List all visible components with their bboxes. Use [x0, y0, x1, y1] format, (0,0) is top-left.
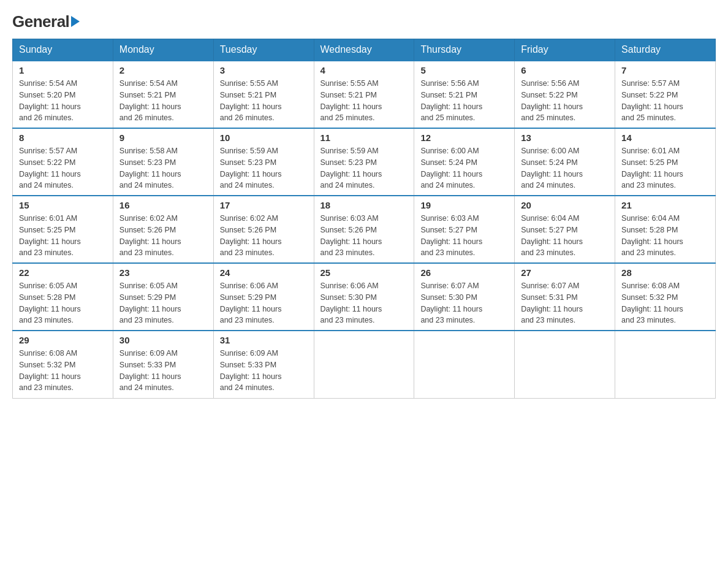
- calendar-day-cell: 13 Sunrise: 6:00 AMSunset: 5:24 PMDaylig…: [515, 128, 615, 196]
- calendar-day-cell: 17 Sunrise: 6:02 AMSunset: 5:26 PMDaylig…: [213, 196, 314, 263]
- day-number: 12: [420, 132, 508, 143]
- day-info: Sunrise: 5:59 AMSunset: 5:23 PMDaylight:…: [220, 145, 308, 191]
- calendar-day-cell: 31 Sunrise: 6:09 AMSunset: 5:33 PMDaylig…: [213, 331, 314, 398]
- logo-general: General: [12, 12, 69, 31]
- calendar-week-row: 8 Sunrise: 5:57 AMSunset: 5:22 PMDayligh…: [13, 128, 716, 196]
- calendar-day-cell: 23 Sunrise: 6:05 AMSunset: 5:29 PMDaylig…: [113, 263, 213, 331]
- calendar-week-row: 1 Sunrise: 5:54 AMSunset: 5:20 PMDayligh…: [13, 61, 716, 128]
- calendar-day-cell: 29 Sunrise: 6:08 AMSunset: 5:32 PMDaylig…: [13, 331, 113, 398]
- calendar-day-cell: 12 Sunrise: 6:00 AMSunset: 5:24 PMDaylig…: [414, 128, 515, 196]
- calendar-table: SundayMondayTuesdayWednesdayThursdayFrid…: [12, 39, 716, 399]
- day-info: Sunrise: 5:55 AMSunset: 5:21 PMDaylight:…: [320, 78, 408, 124]
- day-info: Sunrise: 6:02 AMSunset: 5:26 PMDaylight:…: [119, 213, 207, 259]
- day-info: Sunrise: 6:08 AMSunset: 5:32 PMDaylight:…: [19, 348, 107, 394]
- day-number: 9: [119, 132, 207, 143]
- day-number: 28: [621, 267, 709, 278]
- calendar-day-cell: 27 Sunrise: 6:07 AMSunset: 5:31 PMDaylig…: [515, 263, 615, 331]
- calendar-day-cell: 14 Sunrise: 6:01 AMSunset: 5:25 PMDaylig…: [615, 128, 716, 196]
- day-number: 26: [420, 267, 508, 278]
- day-info: Sunrise: 6:03 AMSunset: 5:26 PMDaylight:…: [320, 213, 408, 259]
- day-number: 11: [320, 132, 408, 143]
- calendar-day-cell: 18 Sunrise: 6:03 AMSunset: 5:26 PMDaylig…: [314, 196, 414, 263]
- calendar-day-cell: [515, 331, 615, 398]
- calendar-day-cell: 28 Sunrise: 6:08 AMSunset: 5:32 PMDaylig…: [615, 263, 716, 331]
- weekday-header-tuesday: Tuesday: [213, 39, 314, 61]
- day-number: 25: [320, 267, 408, 278]
- day-number: 1: [19, 65, 107, 75]
- day-info: Sunrise: 6:08 AMSunset: 5:32 PMDaylight:…: [621, 280, 709, 326]
- weekday-header-sunday: Sunday: [13, 39, 113, 61]
- day-number: 23: [119, 267, 207, 278]
- weekday-header-saturday: Saturday: [615, 39, 716, 61]
- calendar-day-cell: 6 Sunrise: 5:56 AMSunset: 5:22 PMDayligh…: [515, 61, 615, 128]
- weekday-header-friday: Friday: [515, 39, 615, 61]
- day-number: 29: [19, 335, 107, 345]
- day-number: 15: [19, 200, 107, 210]
- day-number: 31: [220, 335, 308, 345]
- day-info: Sunrise: 6:06 AMSunset: 5:29 PMDaylight:…: [220, 280, 308, 326]
- calendar-week-row: 22 Sunrise: 6:05 AMSunset: 5:28 PMDaylig…: [13, 263, 716, 331]
- day-info: Sunrise: 6:05 AMSunset: 5:29 PMDaylight:…: [119, 280, 207, 326]
- day-number: 27: [521, 267, 609, 278]
- day-number: 6: [521, 65, 609, 75]
- calendar-day-cell: 20 Sunrise: 6:04 AMSunset: 5:27 PMDaylig…: [515, 196, 615, 263]
- weekday-header-wednesday: Wednesday: [314, 39, 414, 61]
- day-info: Sunrise: 6:03 AMSunset: 5:27 PMDaylight:…: [420, 213, 508, 259]
- day-number: 8: [19, 132, 107, 143]
- day-number: 3: [220, 65, 308, 75]
- day-info: Sunrise: 6:04 AMSunset: 5:27 PMDaylight:…: [521, 213, 609, 259]
- day-info: Sunrise: 6:00 AMSunset: 5:24 PMDaylight:…: [420, 145, 508, 191]
- calendar-day-cell: 25 Sunrise: 6:06 AMSunset: 5:30 PMDaylig…: [314, 263, 414, 331]
- day-info: Sunrise: 5:57 AMSunset: 5:22 PMDaylight:…: [19, 145, 107, 191]
- day-number: 14: [621, 132, 709, 143]
- day-number: 30: [119, 335, 207, 345]
- day-info: Sunrise: 6:06 AMSunset: 5:30 PMDaylight:…: [320, 280, 408, 326]
- day-info: Sunrise: 6:00 AMSunset: 5:24 PMDaylight:…: [521, 145, 609, 191]
- day-info: Sunrise: 5:56 AMSunset: 5:22 PMDaylight:…: [521, 78, 609, 124]
- calendar-day-cell: 9 Sunrise: 5:58 AMSunset: 5:23 PMDayligh…: [113, 128, 213, 196]
- calendar-day-cell: 22 Sunrise: 6:05 AMSunset: 5:28 PMDaylig…: [13, 263, 113, 331]
- day-info: Sunrise: 6:01 AMSunset: 5:25 PMDaylight:…: [621, 145, 709, 191]
- day-number: 21: [621, 200, 709, 210]
- calendar-day-cell: 2 Sunrise: 5:54 AMSunset: 5:21 PMDayligh…: [113, 61, 213, 128]
- calendar-day-cell: 30 Sunrise: 6:09 AMSunset: 5:33 PMDaylig…: [113, 331, 213, 398]
- calendar-day-cell: 16 Sunrise: 6:02 AMSunset: 5:26 PMDaylig…: [113, 196, 213, 263]
- calendar-week-row: 29 Sunrise: 6:08 AMSunset: 5:32 PMDaylig…: [13, 331, 716, 398]
- calendar-day-cell: 3 Sunrise: 5:55 AMSunset: 5:21 PMDayligh…: [213, 61, 314, 128]
- calendar-day-cell: [314, 331, 414, 398]
- day-info: Sunrise: 5:54 AMSunset: 5:20 PMDaylight:…: [19, 78, 107, 124]
- day-number: 4: [320, 65, 408, 75]
- day-info: Sunrise: 5:56 AMSunset: 5:21 PMDaylight:…: [420, 78, 508, 124]
- day-number: 24: [220, 267, 308, 278]
- day-info: Sunrise: 6:04 AMSunset: 5:28 PMDaylight:…: [621, 213, 709, 259]
- day-info: Sunrise: 6:05 AMSunset: 5:28 PMDaylight:…: [19, 280, 107, 326]
- calendar-day-cell: 1 Sunrise: 5:54 AMSunset: 5:20 PMDayligh…: [13, 61, 113, 128]
- calendar-day-cell: 7 Sunrise: 5:57 AMSunset: 5:22 PMDayligh…: [615, 61, 716, 128]
- calendar-day-cell: [414, 331, 515, 398]
- calendar-day-cell: 19 Sunrise: 6:03 AMSunset: 5:27 PMDaylig…: [414, 196, 515, 263]
- day-number: 18: [320, 200, 408, 210]
- day-info: Sunrise: 5:59 AMSunset: 5:23 PMDaylight:…: [320, 145, 408, 191]
- day-info: Sunrise: 6:01 AMSunset: 5:25 PMDaylight:…: [19, 213, 107, 259]
- day-number: 5: [420, 65, 508, 75]
- calendar-day-cell: 26 Sunrise: 6:07 AMSunset: 5:30 PMDaylig…: [414, 263, 515, 331]
- weekday-header-thursday: Thursday: [414, 39, 515, 61]
- day-number: 19: [420, 200, 508, 210]
- day-number: 10: [220, 132, 308, 143]
- calendar-day-cell: 21 Sunrise: 6:04 AMSunset: 5:28 PMDaylig…: [615, 196, 716, 263]
- calendar-day-cell: [615, 331, 716, 398]
- header: General: [12, 12, 716, 29]
- logo-triangle-icon: [71, 16, 80, 27]
- calendar-day-cell: 5 Sunrise: 5:56 AMSunset: 5:21 PMDayligh…: [414, 61, 515, 128]
- calendar-day-cell: 24 Sunrise: 6:06 AMSunset: 5:29 PMDaylig…: [213, 263, 314, 331]
- day-info: Sunrise: 5:55 AMSunset: 5:21 PMDaylight:…: [220, 78, 308, 124]
- day-info: Sunrise: 6:02 AMSunset: 5:26 PMDaylight:…: [220, 213, 308, 259]
- day-info: Sunrise: 6:09 AMSunset: 5:33 PMDaylight:…: [119, 348, 207, 394]
- day-info: Sunrise: 6:09 AMSunset: 5:33 PMDaylight:…: [220, 348, 308, 394]
- day-number: 16: [119, 200, 207, 210]
- calendar-day-cell: 4 Sunrise: 5:55 AMSunset: 5:21 PMDayligh…: [314, 61, 414, 128]
- calendar-day-cell: 8 Sunrise: 5:57 AMSunset: 5:22 PMDayligh…: [13, 128, 113, 196]
- day-number: 2: [119, 65, 207, 75]
- day-number: 13: [521, 132, 609, 143]
- day-info: Sunrise: 5:58 AMSunset: 5:23 PMDaylight:…: [119, 145, 207, 191]
